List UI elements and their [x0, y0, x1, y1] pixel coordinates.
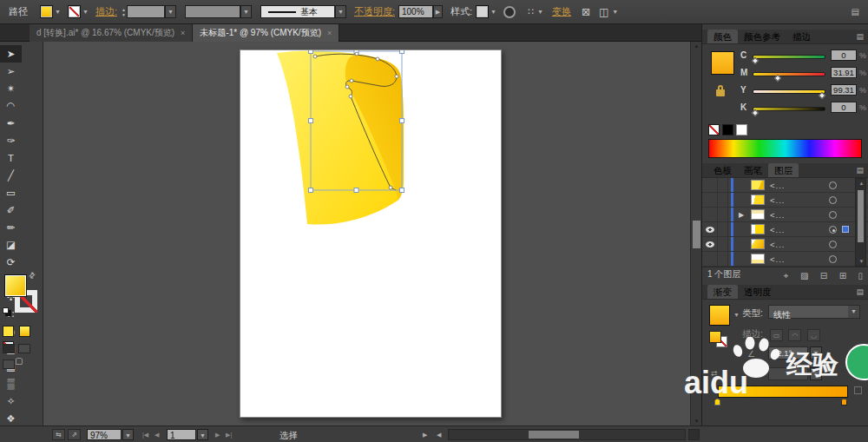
shape-mode-icon[interactable]: ◫ [599, 6, 608, 18]
transform-link[interactable]: 变换 [552, 5, 571, 18]
stroke-weight-dropdown-icon[interactable]: ▼ [165, 5, 176, 18]
eyedropper-tool[interactable]: ✧ [0, 393, 22, 410]
panel-tab[interactable]: 图层 [768, 163, 799, 177]
tab-close-icon[interactable]: × [181, 29, 185, 37]
layer-row[interactable]: ▶ <... [702, 178, 868, 193]
prev-artboard-icon[interactable]: ◀ [155, 432, 159, 439]
control-panel-menu-icon[interactable]: ▤ [852, 7, 859, 16]
pen-tool[interactable]: ✒ [0, 115, 22, 132]
target-circle-icon[interactable] [829, 241, 837, 248]
channel-value-field[interactable]: 31.91 [831, 67, 857, 78]
gradient-tool[interactable]: ▒ [0, 375, 22, 393]
draw-behind-button[interactable] [18, 344, 30, 353]
gradient-stop-color-swatch[interactable] [709, 331, 721, 343]
target-circle-icon[interactable] [829, 211, 837, 219]
stroke-link[interactable]: 描边: [95, 5, 117, 18]
panel-tab[interactable]: 颜色 [707, 30, 738, 43]
line-segment-tool[interactable]: ╱ [0, 167, 22, 184]
direct-selection-tool[interactable]: ➢ [0, 63, 22, 80]
visibility-eye-icon[interactable] [706, 227, 714, 233]
opacity-link[interactable]: 不透明度: [354, 5, 395, 18]
style-dropdown-icon[interactable]: ▼ [490, 9, 496, 15]
artboard-dropdown-icon[interactable]: ▼ [197, 429, 208, 440]
clipping-mask-icon[interactable]: ▨ [800, 271, 808, 280]
layer-name[interactable]: <... [770, 210, 785, 220]
blend-tool[interactable]: ❖ [0, 410, 22, 427]
type-tool[interactable]: T [0, 149, 22, 167]
channel-slider[interactable] [753, 89, 825, 94]
screen-mode-button[interactable]: ▢ [15, 356, 23, 366]
panel-tab[interactable]: 描边 [786, 30, 817, 43]
document-tab[interactable]: d [转换].ai* @ 16.67% (CMYK/预览)× [30, 24, 193, 42]
draw-inside-button[interactable] [3, 360, 15, 369]
vertical-scroll-thumb[interactable] [693, 221, 700, 248]
layer-row[interactable]: ▶ <... [702, 222, 868, 237]
brush-dropdown-icon[interactable]: ▼ [335, 5, 346, 18]
brush-definition-field[interactable]: 基本 [260, 5, 335, 18]
stroke-weight-stepper[interactable]: ▲▼ [122, 7, 126, 17]
scroll-right-icon[interactable]: ▶ [423, 432, 427, 439]
fill-swatch[interactable] [40, 5, 53, 18]
panel-menu-icon[interactable]: ▤ [856, 287, 864, 296]
channel-slider[interactable] [753, 107, 825, 111]
stroke-dropdown-icon[interactable]: ▼ [82, 9, 89, 15]
zoom-dropdown-icon[interactable]: ▼ [122, 429, 134, 440]
zoom-level-field[interactable]: 97% [87, 429, 122, 440]
width-profile-dropdown-icon[interactable]: ▼ [240, 5, 252, 18]
channel-value-field[interactable]: 0 [831, 49, 857, 61]
gradient-type-dropdown[interactable]: 线性 ▼ [768, 305, 860, 319]
delete-selection-icon[interactable]: ▯ [858, 271, 863, 280]
gradient-slider-bar[interactable] [718, 386, 848, 398]
channel-value-field[interactable]: 0 [831, 102, 857, 113]
gradient-preset-dropdown-icon[interactable]: ▼ [733, 312, 740, 318]
lasso-tool[interactable]: ◠ [0, 97, 22, 115]
first-artboard-icon[interactable]: |◀ [142, 432, 148, 439]
layer-name[interactable]: <... [770, 181, 785, 190]
panel-tab[interactable]: 透明度 [738, 285, 778, 299]
layer-name[interactable]: <... [770, 195, 785, 205]
panel-tab[interactable]: 画笔 [738, 163, 768, 177]
layer-row[interactable]: ▶ <... [702, 252, 868, 267]
horizontal-scrollbar[interactable] [448, 429, 686, 440]
tab-close-icon[interactable]: × [327, 29, 332, 37]
scroll-left-icon[interactable]: ◀ [437, 432, 441, 439]
expand-triangle-icon[interactable]: ▶ [739, 211, 744, 219]
target-circle-icon[interactable] [829, 181, 837, 189]
blob-brush-tool[interactable]: ✑ [0, 132, 22, 149]
gradient-stroke-within-icon[interactable]: ▭ [770, 329, 783, 341]
black-swatch[interactable] [722, 124, 733, 135]
none-swatch[interactable] [708, 124, 720, 135]
gradient-stop-right[interactable] [841, 399, 847, 406]
panel-menu-icon[interactable]: ▤ [856, 166, 864, 175]
slider-thumb[interactable] [752, 109, 759, 116]
pencil-tool[interactable]: ✏ [0, 219, 22, 236]
layer-name[interactable]: <... [770, 225, 785, 234]
color-spectrum[interactable] [708, 139, 862, 158]
stroke-weight-field[interactable] [127, 5, 165, 18]
layers-scroll-thumb[interactable] [858, 190, 864, 242]
rectangle-tool[interactable]: ▭ [0, 184, 22, 201]
channel-slider[interactable] [753, 72, 825, 76]
layer-name[interactable]: <... [770, 240, 785, 249]
magic-wand-tool[interactable]: ✴ [0, 80, 22, 97]
slider-thumb[interactable] [818, 92, 825, 99]
target-circle-icon[interactable] [829, 226, 837, 234]
gradient-stroke-across-icon[interactable]: ◡ [807, 329, 820, 341]
delete-stop-icon[interactable] [854, 386, 862, 394]
scroll-up-icon[interactable]: ▲ [856, 179, 867, 188]
channel-value-field[interactable]: 99.31 [831, 84, 857, 96]
angle-field[interactable]: 32.1° [768, 346, 808, 360]
panel-tab[interactable]: 色板 [707, 163, 738, 177]
angle-dropdown-icon[interactable]: ▼ [810, 346, 822, 360]
visibility-eye-icon[interactable] [706, 241, 714, 247]
layers-scrollbar[interactable]: ▲ ▼ [855, 178, 866, 267]
stroke-swatch[interactable] [68, 5, 81, 18]
default-fill-stroke-icon[interactable] [3, 307, 9, 313]
fill-color-button[interactable] [3, 326, 14, 337]
history-icon[interactable]: ⇆ [52, 429, 65, 440]
export-icon[interactable]: ⇗ [68, 429, 81, 440]
layer-row[interactable]: ▶ <... [702, 237, 868, 252]
artwork[interactable] [240, 50, 501, 417]
reverse-gradient-icon[interactable]: ⇄ [711, 369, 718, 378]
artboard-number-field[interactable]: 1 [167, 429, 196, 440]
